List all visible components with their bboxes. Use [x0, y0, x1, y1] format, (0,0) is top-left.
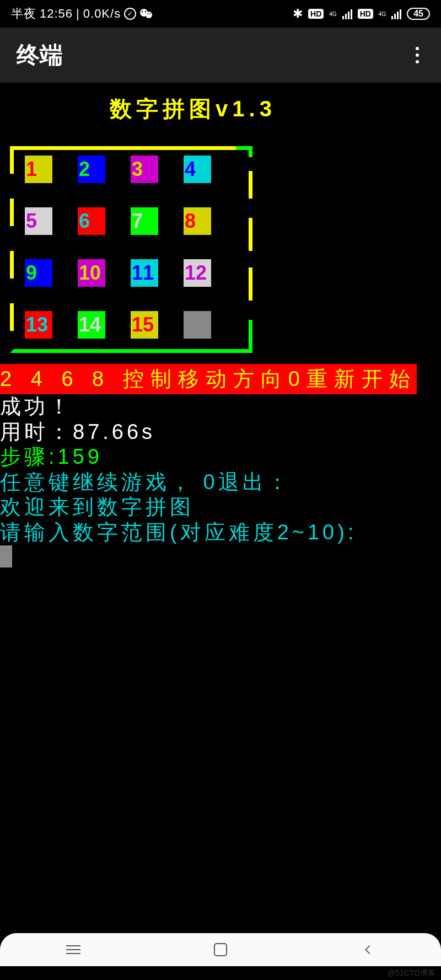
controls-hint: 2 4 6 8 控制移动方向0重新开始: [0, 364, 417, 394]
steps-label: 步骤:: [0, 445, 58, 468]
status-left: 半夜 12:56 | 0.0K/s ✓: [11, 6, 153, 22]
elapsed-time: 用时：87.66s: [0, 420, 441, 445]
input-cursor[interactable]: [0, 545, 441, 570]
more-menu-icon[interactable]: [410, 41, 424, 69]
menu-icon: [66, 945, 80, 954]
watermark: @51CTO博客: [388, 968, 435, 978]
steps-count: 步骤:159: [0, 445, 441, 470]
tile-6[interactable]: 6: [78, 207, 105, 235]
tile-5[interactable]: 5: [25, 207, 52, 235]
time-prefix: 半夜: [11, 6, 36, 22]
puzzle-board: 1 2 3 4 5 6 7 8 9 10 11 12 13 14 15: [0, 146, 441, 353]
back-icon: [362, 944, 374, 956]
svg-point-1: [146, 12, 152, 18]
tile-13[interactable]: 13: [25, 311, 52, 339]
time-value: 87.66s: [73, 420, 155, 443]
network-label-1: 4G: [329, 11, 336, 17]
divider: |: [76, 7, 80, 21]
status-right: ✱ HD 4G HD 4G 45: [293, 7, 430, 21]
tile-1[interactable]: 1: [25, 156, 52, 183]
time: 12:56: [40, 7, 73, 21]
tile-grid: 1 2 3 4 5 6 7 8 9 10 11 12 13 14 15: [25, 156, 211, 339]
range-prompt: 请输入数字范围(对应难度2~10):: [0, 520, 441, 545]
tile-7[interactable]: 7: [131, 207, 158, 235]
status-bar: 半夜 12:56 | 0.0K/s ✓ ✱ HD 4G HD 4G 45: [0, 0, 441, 28]
svg-point-4: [147, 13, 148, 14]
hd-badge-1: HD: [308, 9, 324, 19]
android-nav-bar: [0, 933, 441, 966]
steps-value: 159: [58, 445, 103, 468]
tile-empty[interactable]: [184, 311, 211, 339]
tile-9[interactable]: 9: [25, 259, 52, 287]
time-label: 用时：: [0, 420, 73, 443]
svg-point-5: [149, 13, 150, 14]
welcome-message: 欢迎来到数字拼图: [0, 495, 441, 520]
app-title: 终端: [17, 40, 63, 71]
hd-badge-2: HD: [358, 9, 373, 19]
wechat-icon: [139, 8, 153, 19]
continue-prompt: 任意键继续游戏， 0退出：: [0, 470, 441, 495]
tile-4[interactable]: 4: [184, 156, 211, 183]
signal-icon-1: [342, 8, 352, 19]
alarm-icon: ✓: [124, 8, 136, 20]
battery-indicator: 45: [407, 8, 430, 20]
tile-14[interactable]: 14: [78, 311, 105, 339]
tile-15[interactable]: 15: [131, 311, 158, 339]
nav-home-button[interactable]: [204, 933, 237, 966]
network-speed: 0.0K/s: [83, 7, 121, 21]
home-icon: [214, 943, 227, 956]
bluetooth-icon: ✱: [293, 7, 303, 21]
svg-point-2: [142, 11, 143, 12]
nav-back-button[interactable]: [351, 933, 384, 966]
tile-12[interactable]: 12: [184, 259, 211, 287]
game-title: 数字拼图v1.3: [0, 83, 441, 146]
network-label-2: 4G: [379, 11, 386, 17]
tile-11[interactable]: 11: [131, 259, 158, 287]
success-message: 成功！: [0, 394, 441, 420]
board-frame: 1 2 3 4 5 6 7 8 9 10 11 12 13 14 15: [10, 146, 252, 353]
terminal-content[interactable]: 数字拼图v1.3 1 2 3 4 5 6 7 8 9 10 11 12 13 1…: [0, 83, 441, 570]
signal-icon-2: [391, 8, 401, 19]
svg-point-3: [145, 11, 146, 12]
tile-10[interactable]: 10: [78, 259, 105, 287]
nav-menu-button[interactable]: [57, 933, 90, 966]
tile-8[interactable]: 8: [184, 207, 211, 235]
app-bar: 终端: [0, 28, 441, 83]
tile-2[interactable]: 2: [78, 156, 105, 183]
tile-3[interactable]: 3: [131, 156, 158, 183]
